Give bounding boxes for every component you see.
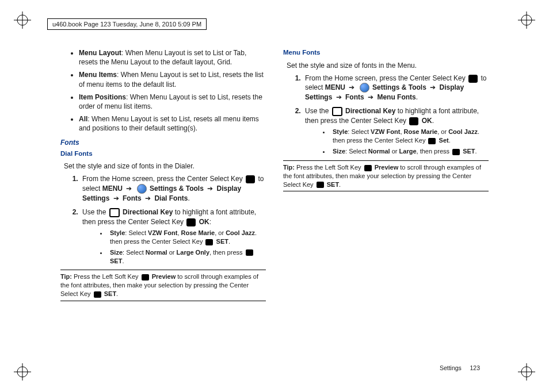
heading-menu-fonts: Menu Fonts: [283, 48, 489, 57]
list-item: Menu Items: When Menu Layout is set to L…: [79, 70, 266, 89]
heading-dial-fonts: Dial Fonts: [60, 149, 266, 159]
list-item: All: When Menu Layout is set to List, re…: [79, 114, 266, 133]
sub-item-style: Style: Select VZW Font, Rose Marie, or C…: [330, 128, 489, 145]
tip-box: Tip: Press the Left Soft Key Preview to …: [283, 160, 489, 192]
sub-item-size: Size: Select Normal or Large Only, then …: [108, 248, 266, 266]
step-2: Use the Directional Key to highlight a f…: [303, 106, 489, 156]
intro-text: Set the style and size of fonts in the M…: [287, 61, 489, 70]
book-page-header: u460.book Page 123 Tuesday, June 8, 2010…: [47, 18, 207, 30]
crop-mark-bl: [14, 363, 31, 381]
center-key-icon: [205, 239, 213, 245]
crop-mark-tl: [14, 11, 31, 29]
center-key-icon: [186, 218, 196, 226]
steps-list: From the Home screen, press the Center S…: [60, 174, 266, 265]
center-key-icon: [246, 249, 253, 256]
center-key-icon: [246, 175, 255, 183]
footer-section: Settings: [440, 364, 462, 371]
settings-globe-icon: [137, 184, 147, 194]
soft-key-icon: [364, 165, 372, 171]
page-content: Menu Layout: When Menu Layout is set to …: [60, 48, 489, 356]
directional-key-icon: [332, 107, 342, 116]
center-key-icon: [94, 291, 101, 298]
directional-key-icon: [109, 208, 120, 217]
right-column: Menu Fonts Set the style and size of fon…: [283, 48, 489, 356]
crop-mark-br: [518, 363, 535, 381]
step-2: Use the Directional Key to highlight a f…: [80, 207, 266, 265]
steps-list: From the Home screen, press the Center S…: [283, 74, 489, 156]
soft-key-icon: [142, 274, 149, 280]
step-1: From the Home screen, press the Center S…: [303, 74, 489, 102]
left-column: Menu Layout: When Menu Layout is set to …: [60, 48, 266, 356]
step-1: From the Home screen, press the Center S…: [80, 174, 266, 203]
sub-item-size: Size: Select Normal or Large, then press…: [330, 147, 489, 156]
crop-mark-tr: [518, 11, 535, 29]
heading-fonts: Fonts: [60, 138, 266, 147]
list-item: Item Positions: When Menu Layout is set …: [79, 93, 266, 111]
center-key-icon: [452, 149, 460, 155]
intro-text: Set the style and size of fonts in the D…: [64, 162, 266, 171]
sub-item-style: Style: Select VZW Font, Rose Marie, or C…: [108, 229, 266, 246]
tip-box: Tip: Press the Left Soft Key Preview to …: [60, 270, 266, 301]
center-key-icon: [317, 182, 324, 188]
page-number: 123: [470, 364, 480, 371]
center-key-icon: [428, 138, 436, 144]
page-footer: Settings 123: [440, 364, 480, 371]
settings-globe-icon: [360, 83, 369, 93]
center-key-icon: [409, 117, 418, 125]
list-item: Menu Layout: When Menu Layout is set to …: [79, 48, 266, 67]
reset-options-list: Menu Layout: When Menu Layout is set to …: [60, 48, 266, 133]
center-key-icon: [468, 75, 478, 83]
